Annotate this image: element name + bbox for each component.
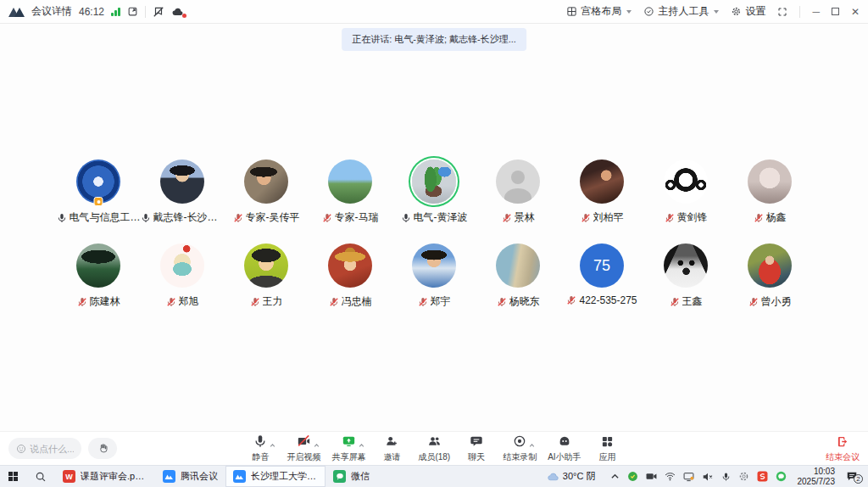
participant-tile[interactable]: 电气与信息工程学院	[57, 160, 141, 225]
toolbar-button-ai[interactable]: AI小助手	[548, 434, 581, 463]
input-method-icon[interactable]	[738, 471, 749, 482]
close-button[interactable]: ✕	[851, 6, 860, 18]
participant-tile[interactable]: 郑旭	[141, 244, 225, 309]
participant-tile[interactable]: 曾小勇	[728, 244, 812, 309]
chevron-up-icon[interactable]	[529, 436, 535, 451]
participant-tile[interactable]: 王鑫	[644, 244, 728, 309]
taskbar-app-label: 微信	[351, 470, 370, 483]
toolbar-button-members[interactable]: 成员(18)	[418, 434, 450, 463]
participant-name: 杨鑫	[766, 210, 787, 225]
hidden-icons-chevron[interactable]	[610, 473, 620, 480]
share-screen-icon	[342, 434, 356, 448]
participant-tile[interactable]: 专家-吴传平	[225, 160, 309, 225]
participant-avatar	[664, 244, 708, 288]
settings-button[interactable]: 设置	[731, 4, 765, 19]
speaker-muted-icon[interactable]	[702, 472, 714, 482]
apps-grid-icon	[601, 435, 614, 448]
participant-tile[interactable]: 陈建林	[57, 244, 141, 309]
participant-avatar	[412, 160, 456, 204]
participant-row: 陈建林郑旭王力冯忠楠郑宇杨晓东75422-535-275王鑫曾小勇	[0, 244, 868, 309]
avatar-wrap	[748, 244, 792, 288]
participant-avatar	[664, 160, 708, 204]
toolbar-button-label: 成员(18)	[418, 451, 450, 463]
taskbar-app[interactable]: 微信	[326, 466, 377, 487]
camera-tray-icon[interactable]	[646, 472, 657, 481]
raise-hand-button[interactable]	[88, 438, 117, 459]
participant-tile[interactable]: 黄剑锋	[644, 160, 728, 225]
participant-name: 陈建林	[90, 294, 120, 309]
mic-muted-icon	[233, 213, 243, 223]
toolbar-button-invite[interactable]: 邀请	[376, 434, 407, 463]
participant-avatar	[748, 160, 792, 204]
signal-quality-icon[interactable]	[111, 7, 120, 16]
participant-tile[interactable]: 杨鑫	[728, 160, 812, 225]
toolbar-button-record[interactable]: 结束录制	[503, 434, 537, 463]
quick-chat-pill[interactable]	[8, 438, 81, 459]
participant-name: 景林	[515, 210, 535, 225]
toolbar-button-label: 开启视频	[287, 451, 320, 463]
open-in-new-window-icon[interactable]	[127, 6, 138, 17]
weather-widget[interactable]: 30°C 阴	[547, 470, 596, 483]
participant-name-row: 422-535-275	[566, 294, 637, 306]
windows-taskbar: W课题评审会.pptx - ...腾讯会议长沙理工大学电网...微信 30°C …	[0, 465, 868, 487]
taskbar-app[interactable]: W课题评审会.pptx - ...	[55, 466, 155, 487]
participant-tile[interactable]: 杨晓东	[476, 244, 560, 309]
ai-assistant-icon	[558, 434, 571, 448]
toolbar-button-video[interactable]: 开启视频	[287, 434, 320, 463]
microphone-icon	[253, 434, 267, 448]
microphone-tray-icon[interactable]	[721, 472, 731, 482]
search-button[interactable]	[26, 466, 55, 487]
cloud-weather-icon	[547, 472, 559, 481]
minimize-button[interactable]: ─	[812, 6, 820, 18]
toolbar-button-apps[interactable]: 应用	[593, 434, 623, 463]
participant-tile[interactable]: 戴志锋-长沙理工大...	[141, 160, 225, 225]
chevron-up-icon[interactable]	[270, 436, 275, 451]
participant-tile[interactable]: 郑宇	[392, 244, 476, 309]
participant-avatar	[328, 244, 372, 288]
notification-center-button[interactable]: 2	[843, 471, 863, 482]
participant-tile[interactable]: 电气-黄泽波	[392, 160, 476, 225]
cloud-record-icon[interactable]	[171, 6, 184, 17]
notification-muted-icon[interactable]	[153, 6, 164, 18]
windows-start-icon	[8, 472, 18, 481]
participant-name-row: 电气-黄泽波	[401, 210, 468, 225]
sogou-input-icon[interactable]	[757, 471, 768, 482]
participant-avatar	[496, 160, 540, 204]
chevron-up-icon[interactable]	[359, 436, 364, 451]
taskbar-app[interactable]: 长沙理工大学电网...	[225, 466, 326, 487]
host-tools-button[interactable]: 主持人工具	[643, 4, 719, 19]
participant-name-row: 曾小勇	[748, 294, 792, 309]
participant-tile[interactable]: 冯忠楠	[309, 244, 392, 309]
participant-tile[interactable]: 刘柏罕	[560, 160, 644, 225]
participant-name: 422-535-275	[579, 294, 637, 306]
meeting-window: 会议详情 46:12 宫格布局 主持人工具	[0, 0, 868, 487]
layout-button[interactable]: 宫格布局	[566, 4, 632, 19]
meeting-detail-button[interactable]: 会议详情	[31, 4, 72, 19]
participant-tile[interactable]: 专家-马瑞	[309, 160, 392, 225]
avatar-wrap	[664, 160, 708, 204]
chat-input[interactable]	[30, 444, 74, 454]
participant-tile[interactable]: 王力	[225, 244, 309, 309]
toolbar-button-share[interactable]: 共享屏幕	[331, 434, 365, 463]
taskbar-clock[interactable]: 10:03 2025/7/23	[798, 467, 836, 487]
participant-avatar	[580, 160, 624, 204]
end-meeting-button[interactable]: 结束会议	[826, 434, 860, 463]
fullscreen-icon[interactable]	[777, 7, 787, 17]
participant-tile[interactable]: 75422-535-275	[560, 244, 644, 309]
participant-tile[interactable]: 景林	[476, 160, 560, 225]
invite-person-icon	[385, 434, 398, 448]
participant-name-row: 郑宇	[418, 294, 451, 309]
mic-on-icon	[401, 213, 411, 223]
toolbar-button-mute[interactable]: 静音	[245, 434, 275, 463]
chevron-up-icon[interactable]	[314, 436, 320, 451]
mic-muted-icon	[581, 213, 591, 223]
maximize-button[interactable]	[832, 8, 839, 15]
display-project-icon[interactable]	[683, 472, 694, 482]
wifi-icon[interactable]	[665, 472, 676, 481]
mic-muted-icon	[754, 213, 764, 223]
start-button[interactable]	[0, 466, 26, 487]
security-sync-icon[interactable]	[627, 471, 638, 482]
taskbar-app[interactable]: 腾讯会议	[155, 466, 225, 487]
toolbar-button-chat[interactable]: 聊天	[461, 434, 492, 463]
wechat-tray-icon[interactable]	[776, 471, 787, 482]
